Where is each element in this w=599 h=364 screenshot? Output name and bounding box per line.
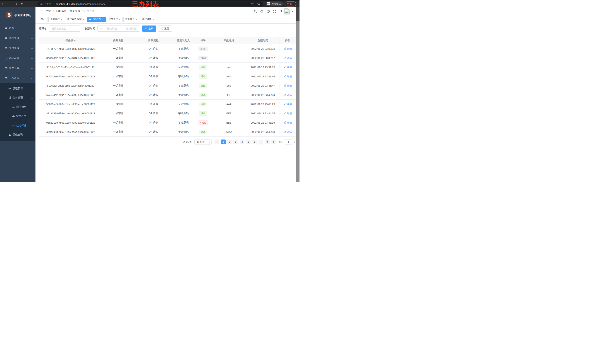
cell-create-time: 2022-01-23 00:06:17: [246, 53, 280, 63]
sidebar-item-payment-management[interactable]: ¥支付管理: [0, 43, 35, 53]
detail-link[interactable]: 详情: [284, 84, 292, 87]
close-icon[interactable]: ×: [61, 18, 62, 20]
detail-link[interactable]: 详情: [284, 103, 292, 106]
close-icon[interactable]: ×: [119, 18, 121, 20]
password-key-icon[interactable]: [251, 2, 254, 6]
browser-forward-icon[interactable]: [6, 1, 13, 7]
tab-我的流程[interactable]: 我的流程×: [107, 17, 123, 22]
table-row: 03d1219e-7b9a-11ec-a290-acde48001122一级审批…: [39, 118, 296, 127]
page-ellipsis[interactable]: •••: [258, 140, 263, 144]
pen-icon: [284, 84, 286, 87]
cell-process: OA 请假: [134, 72, 173, 81]
search-button[interactable]: 搜索: [142, 26, 156, 32]
detail-link[interactable]: 详情: [284, 66, 292, 69]
address-bar[interactable]: 不安全 dashboard.yudao.iocoder.cn/bpm/task/…: [37, 1, 263, 7]
cell-task-name: 一级审批: [103, 53, 134, 63]
avatar-dropdown-icon[interactable]: [292, 11, 294, 12]
sidebar-item-leave-query[interactable]: 请假查询: [0, 130, 35, 139]
sidebar-item-task-management[interactable]: 任务管理: [0, 93, 35, 102]
page-size-select[interactable]: 10条/页: [194, 139, 211, 144]
sidebar-fold-icon[interactable]: [40, 9, 44, 13]
tab-已办任务[interactable]: 已办任务×: [87, 17, 106, 22]
fullscreen-icon[interactable]: [273, 9, 277, 13]
next-page-button[interactable]: [271, 140, 276, 144]
process-name-input[interactable]: [51, 27, 78, 30]
browser-reload-icon[interactable]: [13, 1, 19, 7]
not-secure-label[interactable]: 不安全: [44, 2, 52, 6]
sidebar-menu: 首页系统管理¥支付管理基础设施研发工具工作流程流程管理任务管理我的流程待办任务已…: [0, 23, 35, 141]
close-icon[interactable]: ×: [83, 18, 84, 20]
sidebar-logo-row[interactable]: 芋道管理系统: [0, 7, 35, 23]
breadcrumb-home[interactable]: 首页: [46, 10, 51, 13]
page-button-2[interactable]: 2: [227, 140, 232, 144]
status-badge: 通过: [199, 130, 207, 134]
detail-link[interactable]: 详情: [284, 93, 292, 97]
page-button-6[interactable]: 6: [252, 140, 257, 144]
tab-流程表单-编辑[interactable]: 流程表单-编辑×: [65, 17, 87, 22]
table-row: a59c9d88-7b99-11ec-ba5c-acde48001122一级审批…: [39, 127, 296, 136]
table-row: 8196daff-7b9a-11ec-a290-acde48001122一级审批…: [39, 81, 296, 90]
update-label[interactable]: 更新: [287, 2, 292, 6]
sidebar-item-workflow[interactable]: 工作流程: [0, 73, 35, 83]
cell-starter: 芋道源码: [173, 72, 194, 81]
cell-comment: [212, 53, 246, 63]
breadcrumb-workflow[interactable]: 工作流程: [55, 10, 66, 13]
detail-link[interactable]: 详情: [284, 56, 292, 60]
calendar-icon: [99, 27, 102, 30]
reset-button[interactable]: 重置: [158, 26, 172, 32]
tab-首页[interactable]: 首页: [39, 17, 47, 22]
cell-result: 通过: [194, 90, 212, 100]
page-button-9[interactable]: 9: [265, 140, 270, 144]
sidebar-item-done-task[interactable]: 已办任务: [0, 121, 35, 130]
start-date-placeholder[interactable]: 开始日期: [103, 27, 121, 30]
app-logo: [6, 12, 12, 18]
sidebar-item-process-management[interactable]: 流程管理: [0, 84, 35, 93]
sidebar-item-system-management[interactable]: 系统管理: [0, 33, 35, 43]
sidebar-item-home[interactable]: 首页: [0, 23, 35, 33]
header-search-icon[interactable]: [254, 9, 257, 13]
detail-link[interactable]: 详情: [284, 121, 292, 124]
breadcrumb-task-management[interactable]: 任务管理: [70, 10, 80, 13]
cell-comment: EEE: [212, 109, 246, 118]
page-button-4[interactable]: 4: [240, 140, 245, 144]
date-range-picker[interactable]: 开始日期 - 结束日期: [97, 26, 140, 32]
page-button-5[interactable]: 5: [246, 140, 251, 144]
tree-icon: [8, 96, 11, 99]
close-icon[interactable]: ×: [102, 18, 104, 20]
detail-link[interactable]: 详情: [284, 47, 292, 50]
cell-task-name: 一级审批: [103, 118, 134, 127]
tab-发起流程[interactable]: 发起流程×: [48, 17, 64, 22]
tab-待办任务[interactable]: 待办任务×: [123, 17, 139, 22]
cell-task-name: 一级审批: [103, 72, 134, 81]
scrollbar[interactable]: [296, 7, 300, 182]
sidebar-item-dev-tools[interactable]: 研发工具: [0, 63, 35, 73]
detail-link[interactable]: 详情: [284, 112, 292, 115]
tab-流程详情[interactable]: 流程详情×: [140, 17, 156, 22]
github-icon[interactable]: [260, 9, 264, 13]
font-size-icon[interactable]: TT: [280, 10, 282, 13]
close-icon[interactable]: ×: [152, 18, 154, 20]
cell-starter: 芋道源码: [173, 81, 194, 90]
detail-link[interactable]: 详情: [284, 130, 292, 133]
toolbox-icon: [5, 67, 8, 70]
browser-home-icon[interactable]: [19, 1, 25, 7]
browser-menu-icon[interactable]: [293, 3, 294, 5]
prev-page-button[interactable]: [214, 140, 219, 144]
help-icon[interactable]: [267, 9, 270, 13]
scrollbar-thumb[interactable]: [296, 7, 300, 21]
sidebar-item-infrastructure[interactable]: 基础设施: [0, 53, 35, 63]
cell-actions: 详情: [280, 90, 296, 100]
page-button-1[interactable]: 1: [221, 140, 226, 144]
status-badge: 通过: [199, 74, 207, 79]
sidebar-item-my-process[interactable]: 我的流程: [0, 102, 35, 112]
browser-update-button[interactable]: 更新: [284, 1, 296, 7]
sidebar-item-todo-task[interactable]: 待办任务: [0, 112, 35, 121]
avatar[interactable]: [284, 8, 290, 15]
browser-back-icon[interactable]: [0, 1, 6, 7]
end-date-placeholder[interactable]: 结束日期: [122, 27, 140, 30]
detail-link[interactable]: 详情: [284, 75, 292, 78]
bookmark-star-icon[interactable]: [257, 2, 261, 6]
page-button-3[interactable]: 3: [233, 140, 238, 144]
close-icon[interactable]: ×: [136, 18, 137, 20]
goto-page-input[interactable]: [285, 139, 292, 144]
